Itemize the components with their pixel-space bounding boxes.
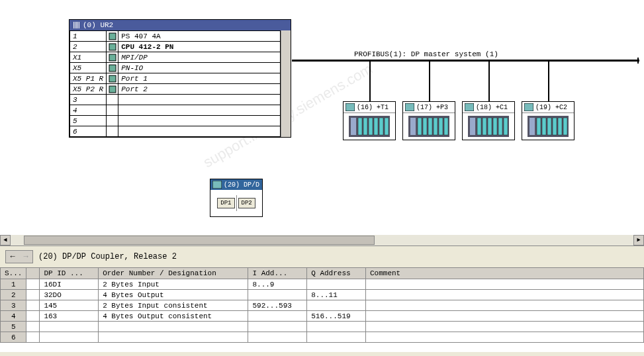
cell-comment[interactable] — [366, 290, 644, 300]
cell-comment[interactable] — [366, 332, 644, 343]
dpdp-port2[interactable]: DP2 — [238, 198, 255, 208]
rack-module-name: Port 2 — [118, 84, 280, 95]
rack-slot: X5 P2 R — [70, 84, 107, 95]
rack-table[interactable]: 1PS 407 4A2CPU 412-2 PNX1MPI/DPX5PN-IOX5… — [69, 30, 281, 137]
table-row[interactable]: 3 145 2 Bytes Input consistent 592...593 — [1, 300, 644, 311]
table-row[interactable]: 2 32DO 4 Bytes Output 8...11 — [1, 290, 644, 300]
cell-iaddr[interactable] — [248, 332, 307, 343]
table-row[interactable]: 6 — [1, 332, 644, 343]
scroll-right-button[interactable]: ► — [633, 235, 644, 245]
cell-qaddr[interactable] — [307, 332, 366, 343]
cell-designation[interactable] — [99, 322, 248, 332]
svg-rect-33 — [524, 103, 533, 111]
nav-forward-button[interactable]: → — [19, 251, 32, 263]
cell-designation[interactable]: 4 Bytes Output consistent — [99, 311, 248, 322]
network-canvas[interactable]: support.industry.siemens.com (0) UR2 1PS… — [0, 0, 644, 245]
dpdp-port1[interactable]: DP1 — [217, 198, 234, 208]
scroll-track[interactable] — [11, 235, 633, 245]
rack-row[interactable]: 3 — [70, 95, 281, 105]
svg-rect-35 — [529, 118, 535, 135]
rack-row[interactable]: X5 P1 RPort 1 — [70, 73, 281, 84]
device-rack-icon — [408, 116, 449, 137]
scroll-thumb[interactable] — [24, 236, 375, 245]
device-header: (16) +T1 — [344, 102, 395, 113]
cell-qaddr[interactable] — [307, 279, 366, 290]
rack-row[interactable]: X5 P2 RPort 2 — [70, 84, 281, 95]
io-device-node[interactable]: (19) +C2 — [522, 101, 575, 140]
svg-rect-0 — [109, 33, 116, 40]
dpdp-coupler-node[interactable]: (20) DP/D DP1 DP2 — [210, 179, 263, 217]
cell-dpid[interactable]: 32DO — [40, 290, 99, 300]
svg-rect-12 — [374, 118, 378, 135]
cell-comment[interactable] — [366, 322, 644, 332]
nav-back-button[interactable]: ← — [6, 251, 19, 263]
svg-rect-15 — [405, 103, 414, 111]
cell-dpid[interactable]: 16DI — [40, 279, 99, 290]
svg-rect-37 — [542, 118, 546, 135]
detail-table-wrap[interactable]: S... DP ID ... Order Number / Designatio… — [0, 267, 644, 352]
cell-iaddr[interactable] — [248, 311, 307, 322]
cell-designation[interactable] — [99, 332, 248, 343]
cell-iaddr[interactable] — [248, 322, 307, 332]
cell-comment[interactable] — [366, 300, 644, 311]
rack-module-name: PS 407 4A — [118, 31, 280, 42]
cell-qaddr[interactable]: 516...519 — [307, 311, 366, 322]
rack-module-icon — [107, 126, 118, 137]
detail-title: (20) DP/DP Coupler, Release 2 — [38, 252, 177, 261]
table-row[interactable]: 5 — [1, 322, 644, 332]
svg-rect-19 — [423, 118, 427, 135]
rack-row[interactable]: X5PN-IO — [70, 63, 281, 73]
cell-comment[interactable] — [366, 311, 644, 322]
cell-designation[interactable]: 2 Bytes Input — [99, 279, 248, 290]
rack-scrollbar[interactable] — [281, 30, 291, 137]
cell-designation[interactable]: 2 Bytes Input consistent — [99, 300, 248, 311]
col-dpid[interactable]: DP ID ... — [40, 268, 99, 279]
detail-table[interactable]: S... DP ID ... Order Number / Designatio… — [0, 267, 644, 343]
node-icon — [465, 103, 474, 111]
rack-window[interactable]: (0) UR2 1PS 407 4A2CPU 412-2 PNX1MPI/DPX… — [69, 19, 291, 138]
rack-row[interactable]: 4 — [70, 105, 281, 116]
cell-dpid[interactable]: 163 — [40, 311, 99, 322]
rack-title-bar[interactable]: (0) UR2 — [69, 20, 291, 30]
col-iaddr[interactable]: I Add... — [248, 268, 307, 279]
cell-dpid[interactable] — [40, 332, 99, 343]
col-designation[interactable]: Order Number / Designation — [99, 268, 248, 279]
cell-qaddr[interactable] — [307, 300, 366, 311]
col-qaddr[interactable]: Q Address — [307, 268, 366, 279]
svg-rect-31 — [498, 118, 502, 135]
io-device-node[interactable]: (18) +C1 — [462, 101, 515, 140]
cell-qaddr[interactable]: 8...11 — [307, 290, 366, 300]
io-device-node[interactable]: (17) +P3 — [402, 101, 455, 140]
device-label: (18) +C1 — [476, 104, 508, 111]
cell-comment[interactable] — [366, 279, 644, 290]
cell-dpid[interactable]: 145 — [40, 300, 99, 311]
col-icon[interactable] — [26, 268, 40, 279]
io-device-node[interactable]: (16) +T1 — [343, 101, 396, 140]
svg-rect-40 — [558, 118, 562, 135]
rack-row[interactable]: 1PS 407 4A — [70, 31, 281, 42]
canvas-h-scrollbar[interactable]: ◄ ► — [0, 235, 644, 245]
cell-iaddr[interactable]: 592...593 — [248, 300, 307, 311]
rack-module-icon — [107, 105, 118, 116]
cell-designation[interactable]: 4 Bytes Output — [99, 290, 248, 300]
rack-row[interactable]: 6 — [70, 126, 281, 137]
rack-row[interactable]: 5 — [70, 116, 281, 126]
col-slot[interactable]: S... — [1, 268, 26, 279]
profibus-line[interactable] — [292, 60, 639, 62]
scroll-left-button[interactable]: ◄ — [0, 235, 11, 245]
table-row[interactable]: 4 163 4 Bytes Output consistent 516...51… — [1, 311, 644, 322]
col-comment[interactable]: Comment — [366, 268, 644, 279]
rack-module-name: Port 1 — [118, 73, 280, 84]
svg-rect-32 — [504, 118, 508, 135]
device-label: (19) +C2 — [535, 104, 567, 111]
cell-qaddr[interactable] — [307, 322, 366, 332]
node-icon — [345, 103, 355, 111]
cell-iaddr[interactable]: 8...9 — [248, 279, 307, 290]
table-row[interactable]: 1 16DI 2 Bytes Input 8...9 — [1, 279, 644, 290]
cell-dpid[interactable] — [40, 322, 99, 332]
rack-row[interactable]: 2CPU 412-2 PN — [70, 42, 281, 52]
rack-row[interactable]: X1MPI/DP — [70, 52, 281, 63]
bus-stub — [429, 62, 430, 101]
cell-iaddr[interactable] — [248, 290, 307, 300]
device-header: (17) +P3 — [403, 102, 455, 113]
